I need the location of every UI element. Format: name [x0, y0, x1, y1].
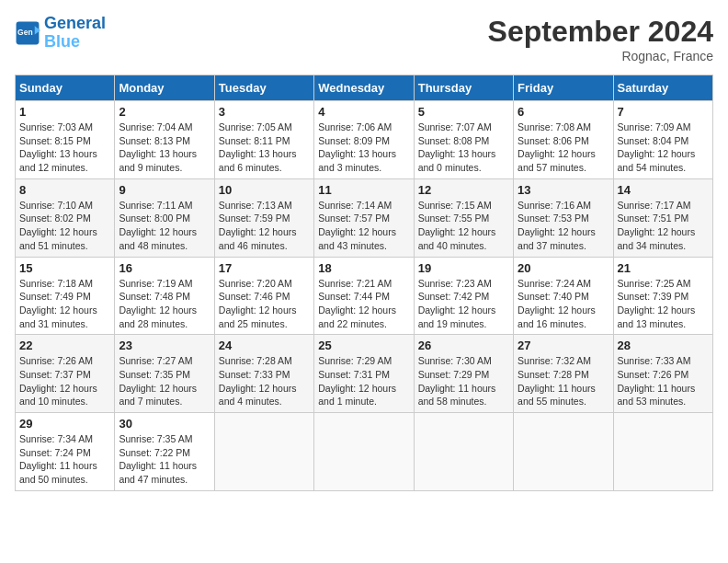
day-info: Sunrise: 7:17 AM Sunset: 7:51 PM Dayligh…: [618, 199, 709, 253]
day-number: 7: [618, 105, 709, 119]
day-info: Sunrise: 7:26 AM Sunset: 7:37 PM Dayligh…: [19, 354, 110, 408]
day-number: 16: [119, 261, 210, 275]
col-thursday: Thursday: [414, 75, 513, 101]
day-number: 11: [318, 183, 409, 197]
day-number: 14: [618, 183, 709, 197]
calendar-cell: 28 Sunrise: 7:33 AM Sunset: 7:26 PM Dayl…: [613, 335, 712, 413]
day-number: 30: [119, 417, 210, 431]
day-info: Sunrise: 7:21 AM Sunset: 7:44 PM Dayligh…: [318, 277, 409, 331]
calendar-cell: 20 Sunrise: 7:24 AM Sunset: 7:40 PM Dayl…: [514, 257, 613, 335]
month-title: September 2024: [488, 15, 713, 49]
day-info: Sunrise: 7:16 AM Sunset: 7:53 PM Dayligh…: [518, 199, 609, 253]
calendar-cell: 13 Sunrise: 7:16 AM Sunset: 7:53 PM Dayl…: [514, 178, 613, 257]
calendar-cell: 3 Sunrise: 7:05 AM Sunset: 8:11 PM Dayli…: [214, 101, 313, 179]
day-info: Sunrise: 7:34 AM Sunset: 7:24 PM Dayligh…: [19, 432, 110, 487]
calendar-cell: 6 Sunrise: 7:08 AM Sunset: 8:06 PM Dayli…: [514, 101, 613, 179]
calendar-cell: 9 Sunrise: 7:11 AM Sunset: 8:00 PM Dayli…: [115, 178, 214, 257]
calendar-table: Sunday Monday Tuesday Wednesday Thursday…: [15, 75, 713, 491]
day-info: Sunrise: 7:35 AM Sunset: 7:22 PM Dayligh…: [119, 432, 210, 487]
day-info: Sunrise: 7:25 AM Sunset: 7:39 PM Dayligh…: [618, 277, 709, 331]
calendar-cell: [613, 413, 712, 491]
day-number: 27: [518, 339, 609, 352]
calendar-cell: 5 Sunrise: 7:07 AM Sunset: 8:08 PM Dayli…: [414, 101, 513, 179]
calendar-cell: 18 Sunrise: 7:21 AM Sunset: 7:44 PM Dayl…: [314, 257, 414, 335]
calendar-cell: 11 Sunrise: 7:14 AM Sunset: 7:57 PM Dayl…: [314, 178, 414, 257]
calendar-cell: [314, 413, 414, 491]
col-saturday: Saturday: [613, 75, 712, 101]
calendar-cell: 2 Sunrise: 7:04 AM Sunset: 8:13 PM Dayli…: [115, 101, 214, 179]
day-info: Sunrise: 7:04 AM Sunset: 8:13 PM Dayligh…: [119, 121, 210, 175]
calendar-week-row: 8 Sunrise: 7:10 AM Sunset: 8:02 PM Dayli…: [16, 178, 713, 257]
day-number: 23: [119, 339, 210, 352]
day-number: 19: [418, 261, 509, 275]
calendar-cell: 23 Sunrise: 7:27 AM Sunset: 7:35 PM Dayl…: [115, 335, 214, 413]
calendar-week-row: 22 Sunrise: 7:26 AM Sunset: 7:37 PM Dayl…: [16, 335, 713, 413]
day-info: Sunrise: 7:05 AM Sunset: 8:11 PM Dayligh…: [219, 121, 310, 175]
day-number: 21: [618, 261, 709, 275]
day-number: 24: [219, 339, 310, 352]
col-sunday: Sunday: [16, 75, 115, 101]
location: Rognac, France: [488, 49, 713, 63]
day-number: 4: [318, 105, 409, 119]
day-number: 13: [518, 183, 609, 197]
calendar-cell: 24 Sunrise: 7:28 AM Sunset: 7:33 PM Dayl…: [214, 335, 313, 413]
day-info: Sunrise: 7:13 AM Sunset: 7:59 PM Dayligh…: [219, 199, 310, 253]
calendar-cell: [214, 413, 313, 491]
day-number: 20: [518, 261, 609, 275]
day-number: 1: [19, 105, 110, 119]
day-info: Sunrise: 7:07 AM Sunset: 8:08 PM Dayligh…: [418, 121, 509, 175]
calendar-cell: 8 Sunrise: 7:10 AM Sunset: 8:02 PM Dayli…: [16, 178, 115, 257]
logo-text: General Blue: [44, 15, 106, 52]
day-number: 6: [518, 105, 609, 119]
day-number: 17: [219, 261, 310, 275]
day-info: Sunrise: 7:29 AM Sunset: 7:31 PM Dayligh…: [318, 354, 409, 408]
day-info: Sunrise: 7:24 AM Sunset: 7:40 PM Dayligh…: [518, 277, 609, 331]
calendar-cell: 19 Sunrise: 7:23 AM Sunset: 7:42 PM Dayl…: [414, 257, 513, 335]
day-number: 3: [219, 105, 310, 119]
calendar-cell: 26 Sunrise: 7:30 AM Sunset: 7:29 PM Dayl…: [414, 335, 513, 413]
day-info: Sunrise: 7:30 AM Sunset: 7:29 PM Dayligh…: [418, 354, 509, 408]
day-info: Sunrise: 7:28 AM Sunset: 7:33 PM Dayligh…: [219, 354, 310, 408]
day-number: 25: [318, 339, 409, 352]
calendar-cell: 12 Sunrise: 7:15 AM Sunset: 7:55 PM Dayl…: [414, 178, 513, 257]
calendar-cell: 16 Sunrise: 7:19 AM Sunset: 7:48 PM Dayl…: [115, 257, 214, 335]
day-number: 12: [418, 183, 509, 197]
day-info: Sunrise: 7:20 AM Sunset: 7:46 PM Dayligh…: [219, 277, 310, 331]
calendar-header-row: Sunday Monday Tuesday Wednesday Thursday…: [16, 75, 713, 101]
day-info: Sunrise: 7:03 AM Sunset: 8:15 PM Dayligh…: [19, 121, 110, 175]
calendar-cell: 7 Sunrise: 7:09 AM Sunset: 8:04 PM Dayli…: [613, 101, 712, 179]
title-block: September 2024 Rognac, France: [488, 15, 713, 63]
calendar-cell: 30 Sunrise: 7:35 AM Sunset: 7:22 PM Dayl…: [115, 413, 214, 491]
day-number: 18: [318, 261, 409, 275]
day-info: Sunrise: 7:27 AM Sunset: 7:35 PM Dayligh…: [119, 354, 210, 408]
calendar-cell: 15 Sunrise: 7:18 AM Sunset: 7:49 PM Dayl…: [16, 257, 115, 335]
day-info: Sunrise: 7:10 AM Sunset: 8:02 PM Dayligh…: [19, 199, 110, 253]
calendar-cell: 29 Sunrise: 7:34 AM Sunset: 7:24 PM Dayl…: [16, 413, 115, 491]
day-info: Sunrise: 7:33 AM Sunset: 7:26 PM Dayligh…: [618, 354, 709, 408]
day-info: Sunrise: 7:18 AM Sunset: 7:49 PM Dayligh…: [19, 277, 110, 331]
day-number: 2: [119, 105, 210, 119]
calendar-cell: 4 Sunrise: 7:06 AM Sunset: 8:09 PM Dayli…: [314, 101, 414, 179]
col-friday: Friday: [514, 75, 613, 101]
day-info: Sunrise: 7:15 AM Sunset: 7:55 PM Dayligh…: [418, 199, 509, 253]
calendar-cell: 22 Sunrise: 7:26 AM Sunset: 7:37 PM Dayl…: [16, 335, 115, 413]
day-info: Sunrise: 7:11 AM Sunset: 8:00 PM Dayligh…: [119, 199, 210, 253]
logo: Gen General Blue: [15, 15, 106, 52]
svg-text:Gen: Gen: [17, 27, 33, 36]
page-header: Gen General Blue September 2024 Rognac, …: [15, 15, 713, 63]
day-info: Sunrise: 7:23 AM Sunset: 7:42 PM Dayligh…: [418, 277, 509, 331]
day-number: 29: [19, 417, 110, 431]
logo-line1: General: [44, 14, 106, 32]
day-number: 15: [19, 261, 110, 275]
day-info: Sunrise: 7:32 AM Sunset: 7:28 PM Dayligh…: [518, 354, 609, 408]
calendar-cell: 14 Sunrise: 7:17 AM Sunset: 7:51 PM Dayl…: [613, 178, 712, 257]
col-monday: Monday: [115, 75, 214, 101]
calendar-cell: 27 Sunrise: 7:32 AM Sunset: 7:28 PM Dayl…: [514, 335, 613, 413]
calendar-body: 1 Sunrise: 7:03 AM Sunset: 8:15 PM Dayli…: [16, 101, 713, 491]
day-info: Sunrise: 7:06 AM Sunset: 8:09 PM Dayligh…: [318, 121, 409, 175]
col-tuesday: Tuesday: [214, 75, 313, 101]
day-number: 9: [119, 183, 210, 197]
day-number: 5: [418, 105, 509, 119]
calendar-week-row: 29 Sunrise: 7:34 AM Sunset: 7:24 PM Dayl…: [16, 413, 713, 491]
day-number: 8: [19, 183, 110, 197]
